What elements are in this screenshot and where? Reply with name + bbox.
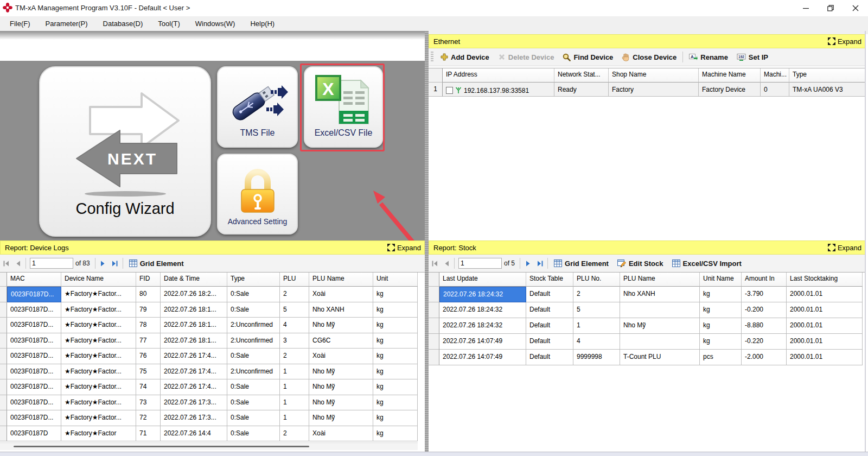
grid-cell[interactable]: 2000.01.01 — [787, 318, 863, 334]
grid-cell[interactable]: 0:Sale — [227, 379, 280, 395]
grid-cell[interactable]: kg — [373, 395, 418, 411]
grid-cell[interactable]: ★Factory★Factor... — [61, 287, 136, 302]
grid-cell[interactable]: 0023F0187D... — [7, 349, 61, 364]
grid-cell[interactable]: 9999998 — [573, 350, 620, 365]
grid-cell[interactable]: -0.200 — [742, 302, 787, 318]
grid-cell[interactable]: 2022.07.26 14:07:49 — [439, 334, 526, 350]
grid-cell[interactable] — [620, 302, 700, 318]
column-header[interactable]: Device Name — [61, 273, 136, 287]
column-header[interactable]: Date & Time — [161, 273, 227, 287]
grid-cell[interactable]: 72 — [136, 410, 161, 426]
grid-cell[interactable]: 71 — [136, 426, 161, 442]
grid-cell[interactable]: Nho Mỹ — [309, 410, 373, 426]
grid-cell[interactable]: -3.790 — [742, 287, 787, 302]
grid-cell[interactable]: kg — [373, 364, 418, 380]
grid-element-button[interactable]: Grid Element — [125, 259, 188, 268]
grid-cell[interactable]: 5 — [573, 302, 620, 318]
grid-cell[interactable]: pcs — [700, 350, 742, 365]
delete-device-button[interactable]: Delete Device — [494, 53, 559, 61]
column-header[interactable]: IP Address — [443, 68, 554, 83]
grid-cell[interactable]: 3 — [280, 333, 309, 349]
grid-cell[interactable]: 77 — [136, 333, 161, 349]
column-header[interactable]: Network Stat... — [554, 68, 609, 83]
grid-cell[interactable]: 1 — [280, 410, 309, 426]
grid-cell[interactable]: Default — [526, 350, 573, 365]
grid-cell[interactable]: ★Factory★Factor... — [61, 410, 136, 426]
grid-cell[interactable]: kg — [373, 318, 418, 333]
grid-cell[interactable]: kg — [373, 410, 418, 426]
grid-cell[interactable]: 0023F0187D... — [7, 333, 61, 349]
column-header[interactable]: PLU Name — [309, 273, 373, 287]
grid-cell[interactable]: ★Factory★Factor... — [61, 333, 136, 349]
grid-cell[interactable]: 2000.01.01 — [787, 334, 863, 350]
grid-cell[interactable]: kg — [373, 287, 418, 302]
grid-cell[interactable]: Xoài — [309, 287, 373, 302]
grid-cell[interactable]: Nho Mỹ — [309, 379, 373, 395]
grid-cell[interactable]: 2 — [280, 426, 309, 442]
grid-cell[interactable]: 0:Sale — [227, 349, 280, 364]
stock-expand-button[interactable]: Expand — [828, 244, 865, 252]
add-device-button[interactable]: Add Device — [436, 53, 494, 61]
grid-cell[interactable]: 75 — [136, 364, 161, 380]
column-header[interactable]: Amount In — [742, 273, 787, 287]
grid-cell[interactable]: -8.880 — [742, 318, 787, 334]
grid-cell[interactable]: 0023F0187D... — [7, 318, 61, 333]
set-ip-button[interactable]: 192 Set IP — [732, 53, 773, 61]
close-device-button[interactable]: Close Device — [617, 53, 681, 61]
column-header[interactable]: Last Update — [439, 273, 526, 287]
grid-cell[interactable]: 76 — [136, 349, 161, 364]
grid-cell[interactable]: 4 — [280, 318, 309, 333]
vertical-splitter[interactable] — [425, 31, 429, 452]
horizontal-scrollbar[interactable] — [0, 442, 418, 450]
column-header[interactable]: Type — [227, 273, 280, 287]
column-header[interactable]: Stock Table — [526, 273, 573, 287]
grid-cell[interactable]: 4 — [573, 334, 620, 350]
column-header[interactable]: Unit Name — [700, 273, 742, 287]
grid-cell[interactable]: Nho Mỹ — [309, 318, 373, 333]
grid-cell[interactable]: kg — [700, 302, 742, 318]
column-header[interactable]: Type — [789, 68, 865, 83]
grid-cell[interactable]: 0023F0187D... — [7, 410, 61, 426]
grid-cell[interactable]: 2:Unconfirmed — [227, 364, 280, 380]
excel-csv-import-button[interactable]: Excel/CSV Import — [668, 259, 746, 268]
grid-cell[interactable]: Nho Mỹ — [309, 395, 373, 411]
grid-cell[interactable]: 78 — [136, 318, 161, 333]
grid-cell[interactable]: 0:Sale — [227, 426, 280, 442]
column-header[interactable]: PLU Name — [620, 273, 700, 287]
grid-cell[interactable]: 0023F0187D... — [7, 302, 61, 318]
grid-cell[interactable]: ★Factory★Factor... — [61, 364, 136, 380]
grid-cell[interactable]: 2022.07.26 18:2... — [161, 287, 227, 302]
column-header[interactable]: FID — [136, 273, 161, 287]
grid-cell[interactable]: 0:Sale — [227, 410, 280, 426]
grid-cell[interactable]: 2022.07.26 18:24:32 — [439, 287, 526, 302]
grid-cell[interactable]: T-Count PLU — [620, 350, 700, 365]
page-input[interactable] — [30, 258, 73, 269]
menu-item-windows[interactable]: Windows(W) — [188, 16, 243, 31]
grid-cell[interactable]: kg — [373, 349, 418, 364]
grid-cell[interactable]: 2 — [280, 287, 309, 302]
grid-cell[interactable]: 2:Unconfirmed — [227, 333, 280, 349]
first-page-button[interactable] — [0, 257, 12, 269]
grid-cell[interactable]: 2000.01.01 — [787, 287, 863, 302]
config-wizard-button[interactable]: NEXT Config Wizard — [39, 66, 211, 237]
restore-button[interactable] — [818, 0, 843, 16]
grid-cell[interactable]: Ready — [554, 83, 609, 97]
grid-cell[interactable]: Default — [526, 302, 573, 318]
prev-page-button[interactable] — [441, 257, 452, 269]
grid-cell[interactable]: 0:Sale — [227, 395, 280, 411]
menu-item-parameter[interactable]: Parameter(P) — [38, 16, 95, 31]
scrollbar-thumb[interactable] — [14, 446, 309, 447]
grid-cell[interactable]: -2.000 — [742, 350, 787, 365]
grid-cell[interactable]: 2022.07.26 18:1... — [161, 302, 227, 318]
close-button[interactable] — [843, 0, 868, 16]
grid-cell[interactable]: kg — [700, 334, 742, 350]
grid-cell[interactable]: 2 — [573, 287, 620, 302]
grid-cell[interactable]: 2 — [280, 349, 309, 364]
column-header[interactable]: Last Stocktaking — [787, 273, 863, 287]
grid-cell[interactable]: kg — [700, 287, 742, 302]
last-page-button[interactable] — [109, 257, 121, 269]
grid-cell[interactable]: kg — [700, 318, 742, 334]
grid-cell[interactable]: 2000.01.01 — [787, 302, 863, 318]
rename-button[interactable]: A Rename — [685, 53, 732, 61]
page-input[interactable] — [458, 258, 502, 269]
